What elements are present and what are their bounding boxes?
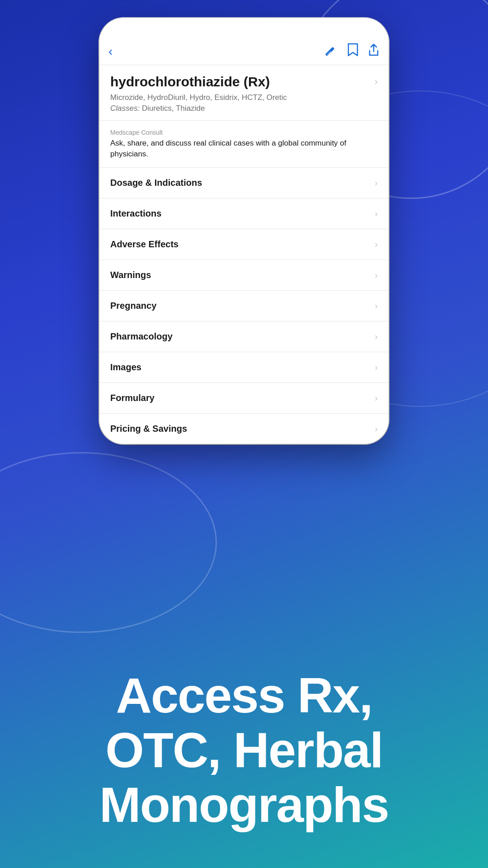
menu-item-chevron-images: › (375, 362, 378, 373)
nav-actions (322, 42, 380, 60)
menu-item-label-warnings: Warnings (110, 270, 151, 280)
menu-item-interactions[interactable]: Interactions› (99, 198, 389, 229)
status-bar (99, 18, 389, 38)
menu-item-dosage[interactable]: Dosage & Indications› (99, 168, 389, 198)
consult-label: Medscape Consult (110, 129, 378, 136)
share-icon[interactable] (368, 42, 380, 60)
bottom-text-block: Access Rx, OTC, Herbal Monographs (0, 668, 488, 832)
bottom-line-1: Access Rx, (27, 668, 461, 722)
menu-item-label-dosage: Dosage & Indications (110, 178, 202, 188)
menu-item-chevron-dosage: › (375, 178, 378, 188)
menu-item-pregnancy[interactable]: Pregnancy› (99, 291, 389, 321)
menu-item-pricing[interactable]: Pricing & Savings› (99, 414, 389, 444)
menu-list: Dosage & Indications›Interactions›Advers… (99, 168, 389, 444)
drug-classes: Classes: Diuretics, Thiazide (110, 104, 378, 113)
menu-item-label-pricing: Pricing & Savings (110, 424, 187, 434)
menu-item-formulary[interactable]: Formulary› (99, 383, 389, 414)
menu-item-chevron-formulary: › (375, 393, 378, 403)
menu-item-label-pregnancy: Pregnancy (110, 301, 156, 311)
classes-value: Diuretics, Thiazide (142, 104, 205, 113)
drug-chevron-icon: › (375, 76, 378, 88)
phone-screen: ‹ (99, 18, 389, 444)
nav-header: ‹ (99, 38, 389, 65)
bottom-line-2: OTC, Herbal (27, 722, 461, 777)
menu-item-label-pharmacology: Pharmacology (110, 331, 173, 342)
menu-item-label-adverse-effects: Adverse Effects (110, 239, 178, 250)
bookmark-icon[interactable] (347, 42, 359, 60)
bg-decoration-2 (0, 452, 217, 633)
menu-item-pharmacology[interactable]: Pharmacology› (99, 321, 389, 352)
drug-title-row: hydrochlorothiazide (Rx) › (110, 74, 378, 90)
menu-item-chevron-warnings: › (375, 270, 378, 280)
menu-item-images[interactable]: Images› (99, 352, 389, 383)
back-button[interactable]: ‹ (108, 44, 113, 59)
phone-mockup: ‹ (99, 18, 389, 444)
drug-aliases: Microzide, HydroDiuril, Hydro, Esidrix, … (110, 92, 378, 103)
menu-item-adverse-effects[interactable]: Adverse Effects› (99, 229, 389, 260)
drug-icon[interactable] (322, 43, 338, 60)
drug-name: hydrochlorothiazide (Rx) (110, 74, 375, 90)
menu-item-chevron-interactions: › (375, 208, 378, 219)
consult-text: Ask, share, and discuss real clinical ca… (110, 138, 378, 160)
menu-item-label-images: Images (110, 362, 141, 373)
menu-item-chevron-pregnancy: › (375, 301, 378, 311)
menu-item-chevron-adverse-effects: › (375, 239, 378, 250)
menu-item-label-formulary: Formulary (110, 393, 155, 403)
bottom-line-3: Monographs (27, 777, 461, 832)
drug-header: hydrochlorothiazide (Rx) › Microzide, Hy… (99, 65, 389, 121)
menu-item-label-interactions: Interactions (110, 208, 161, 219)
consult-banner[interactable]: Medscape Consult Ask, share, and discuss… (99, 121, 389, 168)
menu-item-chevron-pricing: › (375, 424, 378, 434)
menu-item-warnings[interactable]: Warnings› (99, 260, 389, 291)
phone-frame: ‹ (99, 18, 389, 444)
menu-item-chevron-pharmacology: › (375, 331, 378, 342)
classes-label: Classes: (110, 104, 140, 113)
